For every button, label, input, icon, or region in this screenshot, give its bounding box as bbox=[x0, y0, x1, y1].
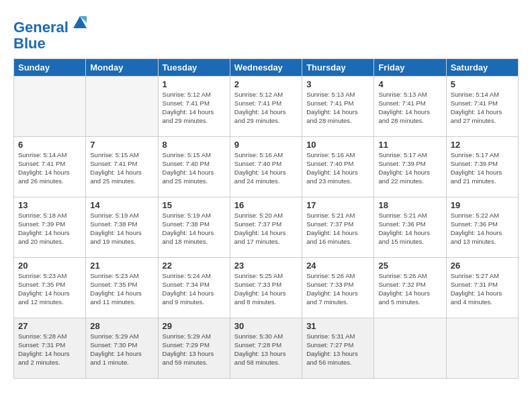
day-info: Sunrise: 5:19 AMSunset: 7:38 PMDaylight:… bbox=[90, 212, 153, 246]
calendar-table: SundayMondayTuesdayWednesdayThursdayFrid… bbox=[13, 58, 519, 379]
calendar-week-1: 6Sunrise: 5:14 AMSunset: 7:41 PMDaylight… bbox=[14, 137, 519, 197]
day-number: 20 bbox=[18, 261, 81, 271]
day-info: Sunrise: 5:17 AMSunset: 7:39 PMDaylight:… bbox=[378, 151, 441, 185]
calendar-cell bbox=[446, 318, 518, 379]
day-number: 25 bbox=[378, 261, 441, 271]
day-number: 30 bbox=[234, 321, 298, 331]
day-info: Sunrise: 5:22 AMSunset: 7:36 PMDaylight:… bbox=[451, 212, 514, 246]
page-header: General Blue bbox=[13, 13, 519, 52]
calendar-cell: 30Sunrise: 5:30 AMSunset: 7:28 PMDayligh… bbox=[230, 318, 302, 379]
day-number: 27 bbox=[18, 321, 81, 331]
calendar-cell: 14Sunrise: 5:19 AMSunset: 7:38 PMDayligh… bbox=[86, 197, 158, 258]
day-number: 8 bbox=[163, 140, 226, 150]
calendar-cell: 8Sunrise: 5:15 AMSunset: 7:40 PMDaylight… bbox=[158, 137, 230, 197]
day-info: Sunrise: 5:13 AMSunset: 7:41 PMDaylight:… bbox=[306, 91, 369, 125]
calendar-body: 1Sunrise: 5:12 AMSunset: 7:41 PMDaylight… bbox=[14, 77, 519, 379]
day-info: Sunrise: 5:27 AMSunset: 7:31 PMDaylight:… bbox=[451, 272, 514, 306]
logo-icon bbox=[71, 13, 89, 32]
calendar-cell: 19Sunrise: 5:22 AMSunset: 7:36 PMDayligh… bbox=[446, 197, 518, 258]
calendar-cell bbox=[14, 77, 86, 137]
calendar-cell: 15Sunrise: 5:19 AMSunset: 7:38 PMDayligh… bbox=[158, 197, 230, 258]
day-info: Sunrise: 5:12 AMSunset: 7:41 PMDaylight:… bbox=[234, 91, 298, 125]
calendar-cell: 3Sunrise: 5:13 AMSunset: 7:41 PMDaylight… bbox=[302, 77, 374, 137]
calendar-cell: 10Sunrise: 5:16 AMSunset: 7:40 PMDayligh… bbox=[302, 137, 374, 197]
day-number: 18 bbox=[378, 200, 441, 210]
day-number: 14 bbox=[90, 200, 153, 210]
day-info: Sunrise: 5:26 AMSunset: 7:32 PMDaylight:… bbox=[378, 272, 441, 306]
day-number: 28 bbox=[90, 321, 153, 331]
calendar-week-2: 13Sunrise: 5:18 AMSunset: 7:39 PMDayligh… bbox=[14, 197, 519, 258]
calendar-cell: 9Sunrise: 5:16 AMSunset: 7:40 PMDaylight… bbox=[230, 137, 302, 197]
day-number: 1 bbox=[163, 79, 226, 89]
weekday-saturday: Saturday bbox=[446, 59, 518, 77]
day-number: 7 bbox=[90, 140, 153, 150]
calendar-cell: 20Sunrise: 5:23 AMSunset: 7:35 PMDayligh… bbox=[14, 258, 86, 318]
calendar-week-3: 20Sunrise: 5:23 AMSunset: 7:35 PMDayligh… bbox=[14, 258, 519, 318]
day-number: 10 bbox=[306, 140, 369, 150]
calendar-cell bbox=[374, 318, 446, 379]
calendar-cell: 28Sunrise: 5:29 AMSunset: 7:30 PMDayligh… bbox=[86, 318, 158, 379]
day-info: Sunrise: 5:24 AMSunset: 7:34 PMDaylight:… bbox=[163, 272, 226, 306]
calendar-week-4: 27Sunrise: 5:28 AMSunset: 7:31 PMDayligh… bbox=[14, 318, 519, 379]
day-info: Sunrise: 5:29 AMSunset: 7:29 PMDaylight:… bbox=[163, 332, 226, 367]
day-number: 17 bbox=[306, 200, 369, 210]
day-info: Sunrise: 5:18 AMSunset: 7:39 PMDaylight:… bbox=[18, 212, 81, 246]
day-number: 26 bbox=[451, 261, 514, 271]
calendar-cell: 13Sunrise: 5:18 AMSunset: 7:39 PMDayligh… bbox=[14, 197, 86, 258]
weekday-friday: Friday bbox=[374, 59, 446, 77]
day-info: Sunrise: 5:25 AMSunset: 7:33 PMDaylight:… bbox=[234, 272, 298, 306]
day-info: Sunrise: 5:14 AMSunset: 7:41 PMDaylight:… bbox=[18, 151, 81, 185]
day-number: 22 bbox=[163, 261, 226, 271]
calendar-cell: 25Sunrise: 5:26 AMSunset: 7:32 PMDayligh… bbox=[374, 258, 446, 318]
calendar-cell: 7Sunrise: 5:15 AMSunset: 7:41 PMDaylight… bbox=[86, 137, 158, 197]
weekday-tuesday: Tuesday bbox=[158, 59, 230, 77]
calendar-cell: 27Sunrise: 5:28 AMSunset: 7:31 PMDayligh… bbox=[14, 318, 86, 379]
calendar-cell: 6Sunrise: 5:14 AMSunset: 7:41 PMDaylight… bbox=[14, 137, 86, 197]
calendar-cell: 2Sunrise: 5:12 AMSunset: 7:41 PMDaylight… bbox=[230, 77, 302, 137]
day-info: Sunrise: 5:21 AMSunset: 7:37 PMDaylight:… bbox=[306, 212, 369, 246]
day-info: Sunrise: 5:29 AMSunset: 7:30 PMDaylight:… bbox=[90, 332, 153, 367]
weekday-monday: Monday bbox=[86, 59, 158, 77]
day-number: 19 bbox=[451, 200, 514, 210]
calendar-cell: 17Sunrise: 5:21 AMSunset: 7:37 PMDayligh… bbox=[302, 197, 374, 258]
day-info: Sunrise: 5:31 AMSunset: 7:27 PMDaylight:… bbox=[306, 332, 369, 367]
calendar-cell bbox=[86, 77, 158, 137]
calendar-cell: 29Sunrise: 5:29 AMSunset: 7:29 PMDayligh… bbox=[158, 318, 230, 379]
weekday-header-row: SundayMondayTuesdayWednesdayThursdayFrid… bbox=[14, 59, 519, 77]
day-number: 13 bbox=[18, 200, 81, 210]
calendar-cell: 22Sunrise: 5:24 AMSunset: 7:34 PMDayligh… bbox=[158, 258, 230, 318]
calendar-cell: 31Sunrise: 5:31 AMSunset: 7:27 PMDayligh… bbox=[302, 318, 374, 379]
day-number: 15 bbox=[163, 200, 226, 210]
day-info: Sunrise: 5:16 AMSunset: 7:40 PMDaylight:… bbox=[306, 151, 369, 185]
day-info: Sunrise: 5:17 AMSunset: 7:39 PMDaylight:… bbox=[451, 151, 514, 185]
day-info: Sunrise: 5:16 AMSunset: 7:40 PMDaylight:… bbox=[234, 151, 298, 185]
day-number: 24 bbox=[306, 261, 369, 271]
logo: General Blue bbox=[13, 13, 89, 52]
day-info: Sunrise: 5:23 AMSunset: 7:35 PMDaylight:… bbox=[18, 272, 81, 306]
day-info: Sunrise: 5:15 AMSunset: 7:40 PMDaylight:… bbox=[163, 151, 226, 185]
weekday-thursday: Thursday bbox=[302, 59, 374, 77]
calendar-cell: 16Sunrise: 5:20 AMSunset: 7:37 PMDayligh… bbox=[230, 197, 302, 258]
day-number: 12 bbox=[451, 140, 514, 150]
day-info: Sunrise: 5:15 AMSunset: 7:41 PMDaylight:… bbox=[90, 151, 153, 185]
day-info: Sunrise: 5:30 AMSunset: 7:28 PMDaylight:… bbox=[234, 332, 298, 367]
day-info: Sunrise: 5:23 AMSunset: 7:35 PMDaylight:… bbox=[90, 272, 153, 306]
day-info: Sunrise: 5:21 AMSunset: 7:36 PMDaylight:… bbox=[378, 212, 441, 246]
day-number: 31 bbox=[306, 321, 369, 331]
logo-text: General Blue bbox=[13, 13, 89, 52]
day-info: Sunrise: 5:28 AMSunset: 7:31 PMDaylight:… bbox=[18, 332, 81, 367]
day-info: Sunrise: 5:14 AMSunset: 7:41 PMDaylight:… bbox=[451, 91, 514, 125]
calendar-cell: 5Sunrise: 5:14 AMSunset: 7:41 PMDaylight… bbox=[446, 77, 518, 137]
logo-general: General bbox=[13, 19, 69, 36]
day-number: 6 bbox=[18, 140, 81, 150]
calendar-cell: 1Sunrise: 5:12 AMSunset: 7:41 PMDaylight… bbox=[158, 77, 230, 137]
calendar-cell: 11Sunrise: 5:17 AMSunset: 7:39 PMDayligh… bbox=[374, 137, 446, 197]
calendar-cell: 26Sunrise: 5:27 AMSunset: 7:31 PMDayligh… bbox=[446, 258, 518, 318]
day-number: 9 bbox=[234, 140, 298, 150]
day-number: 23 bbox=[234, 261, 298, 271]
calendar-cell: 18Sunrise: 5:21 AMSunset: 7:36 PMDayligh… bbox=[374, 197, 446, 258]
calendar-cell: 23Sunrise: 5:25 AMSunset: 7:33 PMDayligh… bbox=[230, 258, 302, 318]
day-number: 4 bbox=[378, 79, 441, 89]
calendar-cell: 4Sunrise: 5:13 AMSunset: 7:41 PMDaylight… bbox=[374, 77, 446, 137]
day-number: 3 bbox=[306, 79, 369, 89]
